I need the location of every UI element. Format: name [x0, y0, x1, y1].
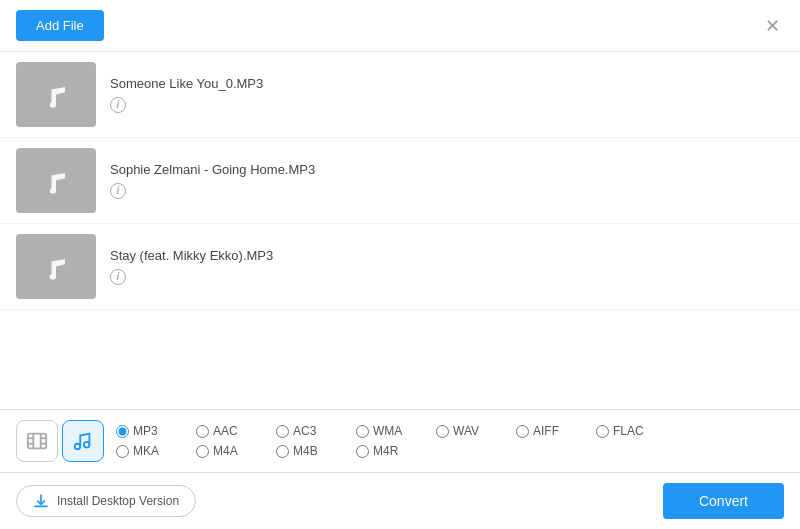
- format-ac3[interactable]: AC3: [276, 424, 356, 438]
- add-file-button[interactable]: Add File: [16, 10, 104, 41]
- format-area: MP3 AAC AC3 WMA: [0, 410, 800, 473]
- format-radio-ac3[interactable]: [276, 425, 289, 438]
- info-icon[interactable]: i: [110, 183, 126, 199]
- list-item: Stay (feat. Mikky Ekko).MP3 i: [0, 224, 800, 310]
- audio-format-button[interactable]: [62, 420, 104, 462]
- download-icon: [33, 493, 49, 509]
- format-m4r[interactable]: M4R: [356, 444, 436, 458]
- format-radio-wma[interactable]: [356, 425, 369, 438]
- format-label-mka: MKA: [133, 444, 159, 458]
- format-icons: [16, 420, 104, 462]
- audio-icon: [72, 430, 94, 452]
- format-label-mp3: MP3: [133, 424, 158, 438]
- format-aac[interactable]: AAC: [196, 424, 276, 438]
- file-name: Stay (feat. Mikky Ekko).MP3: [110, 248, 273, 263]
- format-mka[interactable]: MKA: [116, 444, 196, 458]
- format-row-2: MKA M4A M4B M4R: [116, 444, 784, 458]
- info-icon[interactable]: i: [110, 269, 126, 285]
- list-item: Sophie Zelmani - Going Home.MP3 i: [0, 138, 800, 224]
- format-aiff[interactable]: AIFF: [516, 424, 596, 438]
- file-thumbnail: [16, 234, 96, 299]
- format-radio-aiff[interactable]: [516, 425, 529, 438]
- file-list: Someone Like You_0.MP3 i Sophie Zelmani …: [0, 52, 800, 409]
- format-wma[interactable]: WMA: [356, 424, 436, 438]
- file-thumbnail: [16, 148, 96, 213]
- format-label-m4b: M4B: [293, 444, 318, 458]
- close-button[interactable]: ✕: [761, 15, 784, 37]
- format-label-m4a: M4A: [213, 444, 238, 458]
- music-note-icon: [38, 163, 74, 199]
- format-options: MP3 AAC AC3 WMA: [116, 424, 784, 458]
- format-wav[interactable]: WAV: [436, 424, 516, 438]
- format-radio-mka[interactable]: [116, 445, 129, 458]
- format-m4a[interactable]: M4A: [196, 444, 276, 458]
- format-radio-m4r[interactable]: [356, 445, 369, 458]
- format-m4b[interactable]: M4B: [276, 444, 356, 458]
- app-container: Add File ✕ Someone Like You_0.MP3 i: [0, 0, 800, 529]
- file-info: Someone Like You_0.MP3 i: [110, 76, 263, 113]
- file-name: Sophie Zelmani - Going Home.MP3: [110, 162, 315, 177]
- format-radio-m4b[interactable]: [276, 445, 289, 458]
- format-row-1: MP3 AAC AC3 WMA: [116, 424, 784, 438]
- convert-button[interactable]: Convert: [663, 483, 784, 519]
- format-radio-flac[interactable]: [596, 425, 609, 438]
- list-item: Someone Like You_0.MP3 i: [0, 52, 800, 138]
- format-radio-mp3[interactable]: [116, 425, 129, 438]
- format-label-ac3: AC3: [293, 424, 316, 438]
- video-format-button[interactable]: [16, 420, 58, 462]
- format-radio-aac[interactable]: [196, 425, 209, 438]
- format-label-aiff: AIFF: [533, 424, 559, 438]
- svg-point-8: [84, 442, 90, 448]
- format-radio-wav[interactable]: [436, 425, 449, 438]
- action-bar: Install Desktop Version Convert: [0, 473, 800, 529]
- music-note-icon: [38, 249, 74, 285]
- file-info: Sophie Zelmani - Going Home.MP3 i: [110, 162, 315, 199]
- format-mp3[interactable]: MP3: [116, 424, 196, 438]
- install-desktop-button[interactable]: Install Desktop Version: [16, 485, 196, 517]
- format-label-flac: FLAC: [613, 424, 644, 438]
- file-info: Stay (feat. Mikky Ekko).MP3 i: [110, 248, 273, 285]
- info-icon[interactable]: i: [110, 97, 126, 113]
- file-name: Someone Like You_0.MP3: [110, 76, 263, 91]
- top-bar: Add File ✕: [0, 0, 800, 52]
- bottom-panel: MP3 AAC AC3 WMA: [0, 409, 800, 529]
- install-label: Install Desktop Version: [57, 494, 179, 508]
- format-label-aac: AAC: [213, 424, 238, 438]
- svg-point-7: [75, 444, 81, 450]
- format-flac[interactable]: FLAC: [596, 424, 676, 438]
- film-icon: [26, 430, 48, 452]
- format-label-m4r: M4R: [373, 444, 398, 458]
- svg-rect-0: [28, 434, 46, 449]
- file-thumbnail: [16, 62, 96, 127]
- format-radio-m4a[interactable]: [196, 445, 209, 458]
- format-label-wma: WMA: [373, 424, 402, 438]
- music-note-icon: [38, 77, 74, 113]
- format-label-wav: WAV: [453, 424, 479, 438]
